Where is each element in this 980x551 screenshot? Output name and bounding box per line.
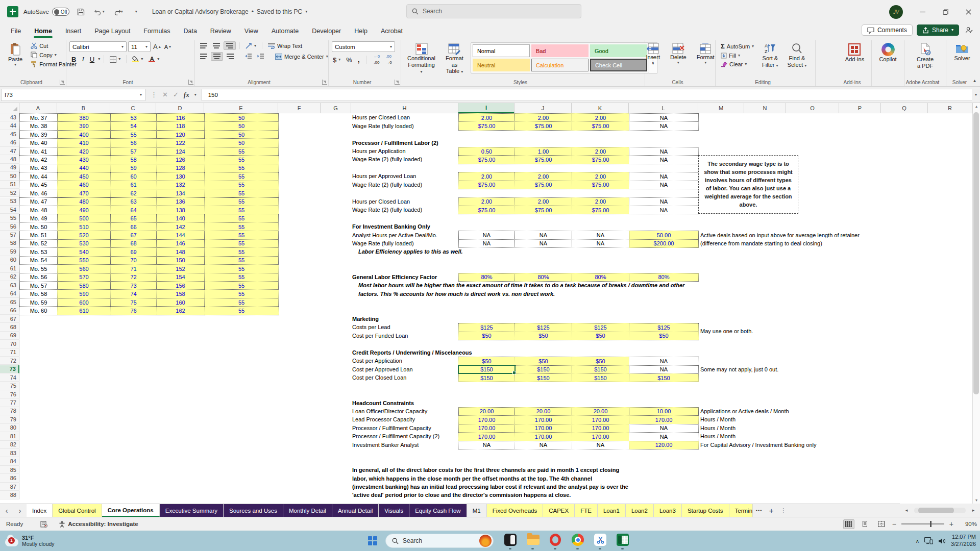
sheet-tab-m1[interactable]: M1 bbox=[467, 504, 487, 517]
cell-j80[interactable]: 170.00 bbox=[514, 424, 572, 433]
sheet-tab-capex[interactable]: CAPEX bbox=[543, 504, 575, 517]
column-header-h[interactable]: H bbox=[351, 103, 458, 113]
cell-l50[interactable]: NA bbox=[629, 172, 699, 181]
cell-k44[interactable]: $75.00 bbox=[572, 121, 629, 130]
cell-a46[interactable]: Mo. 40 bbox=[19, 138, 58, 147]
cell-i51[interactable]: $75.00 bbox=[458, 181, 515, 189]
row-header-71[interactable]: 71 bbox=[0, 348, 19, 357]
cell-j69[interactable]: $50 bbox=[514, 332, 572, 340]
volume-icon[interactable] bbox=[938, 538, 946, 544]
italic-button[interactable]: I bbox=[80, 54, 86, 64]
scroll-up-icon[interactable]: ▴ bbox=[975, 104, 977, 109]
zoom-slider[interactable] bbox=[901, 523, 944, 524]
cell-a66[interactable]: Mo. 60 bbox=[19, 306, 58, 315]
cell-l58[interactable]: $200.00 bbox=[629, 239, 699, 248]
fill-color-button[interactable]: ▾ bbox=[130, 55, 145, 63]
cell-a59[interactable]: Mo. 53 bbox=[19, 247, 58, 256]
cell-j43[interactable]: 2.00 bbox=[514, 113, 572, 122]
save-button[interactable] bbox=[75, 5, 88, 18]
horizontal-scrollbar[interactable]: ◂ ▸ bbox=[900, 504, 980, 517]
sheet-options-icon[interactable]: ⋮ bbox=[777, 504, 790, 517]
row-header-49[interactable]: 49 bbox=[0, 164, 19, 172]
enter-icon[interactable]: ✓ bbox=[173, 91, 179, 98]
row-header-77[interactable]: 77 bbox=[0, 398, 19, 407]
cell-c48[interactable]: 58 bbox=[110, 155, 157, 164]
cell-i68[interactable]: $125 bbox=[458, 323, 515, 332]
cell-c45[interactable]: 55 bbox=[110, 130, 157, 139]
cell-d62[interactable]: 154 bbox=[156, 273, 205, 282]
page-layout-view-button[interactable] bbox=[860, 519, 871, 529]
cell-c56[interactable]: 66 bbox=[110, 222, 157, 231]
menu-tab-insert[interactable]: Insert bbox=[59, 25, 88, 37]
cell-k62[interactable]: 80% bbox=[572, 273, 629, 282]
cell-style-normal[interactable]: Normal bbox=[473, 44, 530, 57]
cell-e55[interactable]: 55 bbox=[204, 214, 279, 222]
cell-e61[interactable]: 55 bbox=[204, 264, 279, 273]
row-header-74[interactable]: 74 bbox=[0, 373, 19, 382]
cell-b56[interactable]: 510 bbox=[57, 222, 111, 231]
cell-style-calculation[interactable]: Calculation bbox=[531, 59, 589, 71]
cell-k51[interactable]: $75.00 bbox=[572, 181, 629, 189]
cell-j48[interactable]: $75.00 bbox=[514, 155, 572, 164]
cell-l81[interactable]: NA bbox=[629, 432, 699, 441]
network-icon[interactable] bbox=[924, 537, 933, 544]
cell-d45[interactable]: 120 bbox=[156, 130, 205, 139]
alignment-dialog-launcher-icon[interactable] bbox=[322, 80, 327, 85]
cell-k48[interactable]: $75.00 bbox=[572, 155, 629, 164]
cell-k80[interactable]: 170.00 bbox=[572, 424, 629, 433]
cell-k47[interactable]: 2.00 bbox=[572, 147, 629, 156]
align-left-button[interactable] bbox=[198, 53, 209, 60]
shrink-font-button[interactable]: A▾ bbox=[163, 43, 172, 51]
sheet-tab-sources-and-uses[interactable]: Sources and Uses bbox=[224, 504, 283, 517]
cell-d44[interactable]: 118 bbox=[156, 121, 205, 130]
search-box[interactable]: Search bbox=[406, 4, 581, 18]
select-all-corner[interactable] bbox=[0, 103, 19, 113]
column-header-g[interactable]: G bbox=[321, 103, 351, 113]
sheet-tab-loan3[interactable]: Loan3 bbox=[654, 504, 682, 517]
cell-e46[interactable]: 50 bbox=[204, 138, 279, 147]
row-header-75[interactable]: 75 bbox=[0, 382, 19, 390]
cell-c54[interactable]: 64 bbox=[110, 206, 157, 214]
column-header-q[interactable]: Q bbox=[881, 103, 928, 113]
align-middle-button[interactable] bbox=[211, 42, 222, 49]
cell-e51[interactable]: 55 bbox=[204, 181, 279, 189]
column-header-f[interactable]: F bbox=[278, 103, 321, 113]
cell-style-good[interactable]: Good bbox=[590, 44, 647, 57]
taskbar-chrome-icon[interactable] bbox=[570, 532, 585, 547]
font-name-select[interactable]: Calibri▾ bbox=[69, 41, 127, 52]
format-cells-button[interactable]: Format ▾ bbox=[694, 41, 718, 66]
column-header-m[interactable]: M bbox=[698, 103, 744, 113]
menu-tab-automate[interactable]: Automate bbox=[265, 25, 306, 37]
cell-a60[interactable]: Mo. 54 bbox=[19, 256, 58, 265]
clipboard-dialog-launcher-icon[interactable] bbox=[60, 80, 65, 85]
cell-j74[interactable]: $150 bbox=[514, 373, 572, 382]
cell-e49[interactable]: 55 bbox=[204, 164, 279, 172]
cell-l62[interactable]: 80% bbox=[629, 273, 699, 282]
row-header-73[interactable]: 73 bbox=[0, 365, 19, 373]
cell-k78[interactable]: 20.00 bbox=[572, 407, 629, 416]
column-header-n[interactable]: N bbox=[744, 103, 786, 113]
align-center-button[interactable] bbox=[211, 52, 223, 61]
cell-d57[interactable]: 144 bbox=[156, 231, 205, 239]
row-header-72[interactable]: 72 bbox=[0, 357, 19, 365]
taskbar-excel-icon[interactable] bbox=[615, 532, 630, 547]
cell-d58[interactable]: 146 bbox=[156, 239, 205, 248]
row-header-53[interactable]: 53 bbox=[0, 197, 19, 206]
menu-tab-file[interactable]: File bbox=[4, 25, 28, 37]
column-header-k[interactable]: K bbox=[572, 103, 629, 113]
sheet-nav-prev-icon[interactable]: ‹ bbox=[0, 504, 13, 517]
vertical-scroll-thumb[interactable] bbox=[973, 112, 979, 394]
cell-e56[interactable]: 55 bbox=[204, 222, 279, 231]
cell-k57[interactable]: NA bbox=[572, 231, 629, 239]
add-sheet-button[interactable]: + bbox=[765, 504, 777, 517]
autosave-switch-icon[interactable]: Off bbox=[52, 8, 69, 16]
cell-a54[interactable]: Mo. 48 bbox=[19, 206, 58, 214]
cell-l47[interactable]: NA bbox=[629, 147, 699, 156]
cell-c65[interactable]: 75 bbox=[110, 298, 157, 307]
menu-tab-review[interactable]: Review bbox=[204, 25, 238, 37]
cell-j78[interactable]: 20.00 bbox=[514, 407, 572, 416]
cell-i43[interactable]: 2.00 bbox=[458, 113, 515, 122]
cell-a65[interactable]: Mo. 59 bbox=[19, 298, 58, 307]
cell-e44[interactable]: 50 bbox=[204, 121, 279, 130]
row-header-45[interactable]: 45 bbox=[0, 130, 19, 138]
